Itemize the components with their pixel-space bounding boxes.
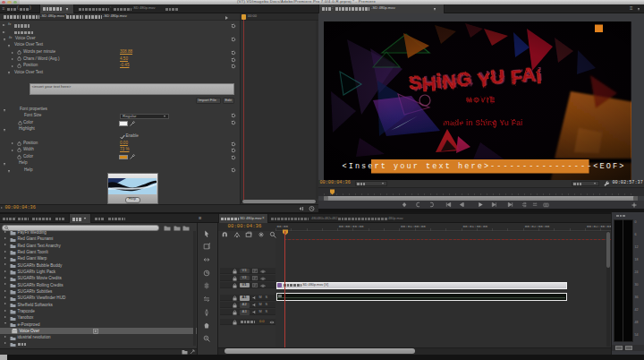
svg-text:MOVIE: MOVIE — [466, 96, 496, 104]
svg-text:<Insert your text here>-------: <Insert your text here>----------------<… — [343, 162, 626, 171]
svg-text:made in Shing Yu Fai: made in Shing Yu Fai — [443, 117, 522, 126]
